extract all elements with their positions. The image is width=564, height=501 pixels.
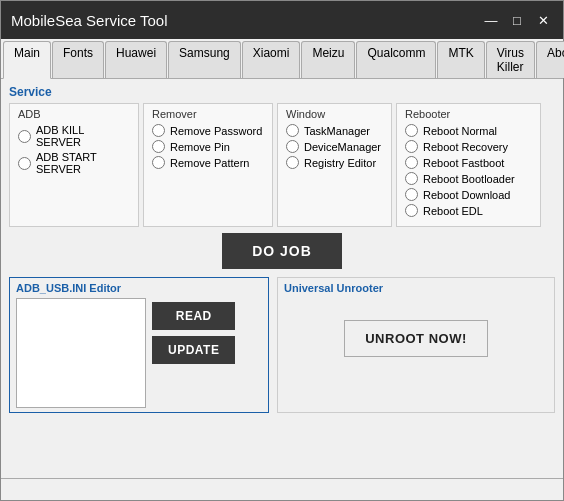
do-job-row: DO JOB	[9, 233, 555, 269]
remover-panel-title: Remover	[152, 108, 264, 120]
tab-huawei[interactable]: Huawei	[105, 41, 167, 78]
reboot-bootloader-radio[interactable]	[405, 172, 418, 185]
reboot-recovery-option[interactable]: Reboot Recovery	[405, 140, 532, 153]
adb-kill-radio[interactable]	[18, 130, 31, 143]
tab-samsung[interactable]: Samsung	[168, 41, 241, 78]
win-registry-label: Registry Editor	[304, 157, 376, 169]
adb-panel: ADB ADB KILL SERVER ADB START SERVER	[9, 103, 139, 227]
rebooter-panel-title: Rebooter	[405, 108, 532, 120]
adb-editor-title: ADB_USB.INI Editor	[16, 282, 262, 294]
tab-main[interactable]: Main	[3, 41, 51, 79]
win-task-label: TaskManager	[304, 125, 370, 137]
maximize-button[interactable]: □	[507, 10, 527, 30]
adb-editor-panel: ADB_USB.INI Editor READ UPDATE	[9, 277, 269, 413]
window-controls: — □ ✕	[481, 10, 553, 30]
window-panel-title: Window	[286, 108, 383, 120]
minimize-button[interactable]: —	[481, 10, 501, 30]
win-device-label: DeviceManager	[304, 141, 381, 153]
adb-start-option[interactable]: ADB START SERVER	[18, 151, 130, 175]
reboot-normal-option[interactable]: Reboot Normal	[405, 124, 532, 137]
rebooter-panel: Rebooter Reboot Normal Reboot Recovery R…	[396, 103, 541, 227]
reboot-edl-option[interactable]: Reboot EDL	[405, 204, 532, 217]
adb-start-radio[interactable]	[18, 157, 31, 170]
service-label: Service	[9, 85, 555, 99]
status-bar	[1, 478, 563, 500]
tab-bar: Main Fonts Huawei Samsung Xiaomi Meizu Q…	[1, 39, 563, 79]
reboot-edl-label: Reboot EDL	[423, 205, 483, 217]
win-registry-option[interactable]: Registry Editor	[286, 156, 383, 169]
win-device-option[interactable]: DeviceManager	[286, 140, 383, 153]
reboot-normal-radio[interactable]	[405, 124, 418, 137]
reboot-download-label: Reboot Download	[423, 189, 510, 201]
reboot-download-option[interactable]: Reboot Download	[405, 188, 532, 201]
tab-xiaomi[interactable]: Xiaomi	[242, 41, 301, 78]
rem-pin-label: Remove Pin	[170, 141, 230, 153]
adb-kill-label: ADB KILL SERVER	[36, 124, 130, 148]
rem-password-option[interactable]: Remove Password	[152, 124, 264, 137]
reboot-edl-radio[interactable]	[405, 204, 418, 217]
window-group-panel: Window TaskManager DeviceManager Registr…	[277, 103, 392, 227]
adb-start-label: ADB START SERVER	[36, 151, 130, 175]
unroot-inner: UNROOT NOW!	[284, 298, 548, 378]
window-title: MobileSea Service Tool	[11, 12, 167, 29]
update-button[interactable]: UPDATE	[152, 336, 235, 364]
reboot-fastboot-radio[interactable]	[405, 156, 418, 169]
unroot-button[interactable]: UNROOT NOW!	[344, 320, 488, 357]
do-job-button[interactable]: DO JOB	[222, 233, 342, 269]
title-bar: MobileSea Service Tool — □ ✕	[1, 1, 563, 39]
tab-qualcomm[interactable]: Qualcomm	[356, 41, 436, 78]
win-task-option[interactable]: TaskManager	[286, 124, 383, 137]
rem-pattern-radio[interactable]	[152, 156, 165, 169]
reboot-fastboot-option[interactable]: Reboot Fastboot	[405, 156, 532, 169]
reboot-fastboot-label: Reboot Fastboot	[423, 157, 504, 169]
tab-about[interactable]: About	[536, 41, 564, 78]
rem-password-label: Remove Password	[170, 125, 262, 137]
remover-panel: Remover Remove Password Remove Pin Remov…	[143, 103, 273, 227]
rem-pattern-option[interactable]: Remove Pattern	[152, 156, 264, 169]
tab-mtk[interactable]: MTK	[437, 41, 484, 78]
close-button[interactable]: ✕	[533, 10, 553, 30]
win-task-radio[interactable]	[286, 124, 299, 137]
rem-pattern-label: Remove Pattern	[170, 157, 249, 169]
main-window: MobileSea Service Tool — □ ✕ Main Fonts …	[0, 0, 564, 501]
read-button[interactable]: READ	[152, 302, 235, 330]
rem-pin-option[interactable]: Remove Pin	[152, 140, 264, 153]
tab-fonts[interactable]: Fonts	[52, 41, 104, 78]
reboot-bootloader-option[interactable]: Reboot Bootloader	[405, 172, 532, 185]
reboot-recovery-label: Reboot Recovery	[423, 141, 508, 153]
adb-textarea[interactable]	[16, 298, 146, 408]
tab-viruskiller[interactable]: Virus Killer	[486, 41, 535, 78]
adb-buttons: READ UPDATE	[152, 298, 235, 408]
tab-meizu[interactable]: Meizu	[301, 41, 355, 78]
reboot-download-radio[interactable]	[405, 188, 418, 201]
adb-panel-title: ADB	[18, 108, 130, 120]
reboot-normal-label: Reboot Normal	[423, 125, 497, 137]
adb-kill-option[interactable]: ADB KILL SERVER	[18, 124, 130, 148]
reboot-recovery-radio[interactable]	[405, 140, 418, 153]
bottom-row: ADB_USB.INI Editor READ UPDATE Universal…	[9, 277, 555, 413]
reboot-bootloader-label: Reboot Bootloader	[423, 173, 515, 185]
unroot-title: Universal Unrooter	[284, 282, 548, 294]
rem-pin-radio[interactable]	[152, 140, 165, 153]
win-device-radio[interactable]	[286, 140, 299, 153]
win-registry-radio[interactable]	[286, 156, 299, 169]
main-content: Service ADB ADB KILL SERVER ADB START SE…	[1, 79, 563, 478]
top-panels: ADB ADB KILL SERVER ADB START SERVER Rem…	[9, 103, 555, 227]
unroot-panel: Universal Unrooter UNROOT NOW!	[277, 277, 555, 413]
adb-editor-inner: READ UPDATE	[16, 298, 262, 408]
rem-password-radio[interactable]	[152, 124, 165, 137]
